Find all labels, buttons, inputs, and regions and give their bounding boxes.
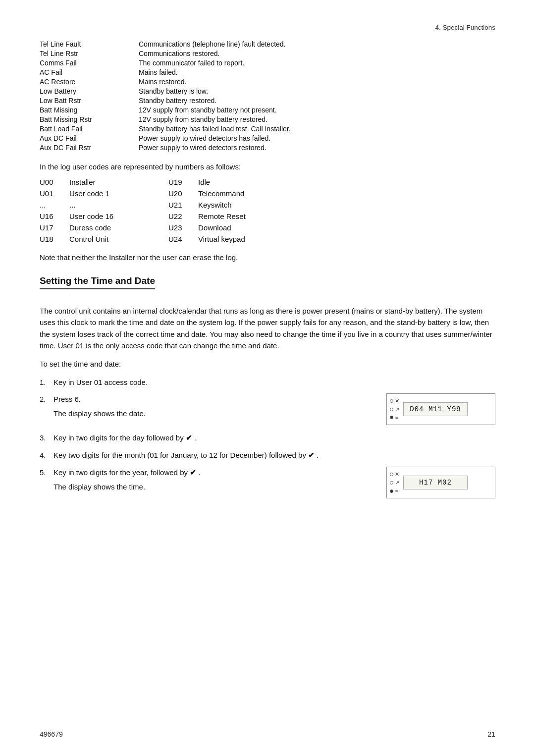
event-row: Tel Line RstrCommunications restored. [40,50,495,57]
doc-number: 496679 [40,730,63,738]
user-name: Download [198,223,297,232]
body-paragraph: The control unit contains an internal cl… [40,305,495,351]
note-text: Note that neither the Installer nor the … [40,253,495,262]
step-4-text: Key two digits for the month (01 for Jan… [54,449,495,461]
step-1-text: Key in User 01 access code. [54,377,495,388]
event-table: Tel Line FaultCommunications (telephone … [40,40,495,152]
event-label: Batt Missing Rstr [40,115,139,123]
event-desc: Power supply to wired detectors restored… [139,144,267,152]
event-desc: Communications (telephone line) fault de… [139,40,286,48]
user-code: U20 [168,189,198,198]
event-row: AC FailMains failed. [40,68,495,76]
page-footer: 496679 21 [40,730,495,738]
event-label: Batt Load Fail [40,125,139,133]
event-desc: 12V supply from standby battery not pres… [139,106,277,114]
step-1: 1. Key in User 01 access code. [40,377,495,388]
symbol-cross-1: ✕ [395,398,399,404]
event-desc: Power supply to wired detectors has fail… [139,134,270,142]
indicator-2-wave: ≈ [390,488,399,494]
indicator-group-2: ✕ ↗ ≈ [390,471,399,494]
dot-6 [390,489,393,493]
event-desc: Mains failed. [139,68,178,76]
event-row: Batt Missing Rstr12V supply from standby… [40,115,495,123]
dot-2 [390,408,393,411]
steps-list: 1. Key in User 01 access code. 2. Press … [40,377,495,498]
user-name: Remote Reset [198,212,297,220]
event-label: Low Batt Rstr [40,97,139,105]
symbol-arrow-1: ↗ [395,406,399,413]
step-3-text: Key in two digits for the day followed b… [54,432,495,443]
display-2-col: ✕ ↗ ≈ H17 M02 [386,467,495,498]
event-row: Tel Line FaultCommunications (telephone … [40,40,495,48]
user-name: Duress code [69,223,168,232]
event-row: Batt Load FailStandby battery has failed… [40,125,495,133]
user-name: Virtual keypad [198,235,297,243]
user-code: U23 [168,223,198,232]
page-number: 21 [487,730,495,738]
indicator-2-cross: ✕ [390,471,399,478]
indicator-2-arrow: ↗ [390,480,399,486]
steps-intro: To set the time and date: [40,358,495,370]
event-label: Batt Missing [40,106,139,114]
step-2-text: Press 6. [54,393,81,405]
event-desc: Standby battery is low. [139,87,208,95]
event-label: AC Restore [40,78,139,86]
dot-4 [390,473,393,476]
user-name: User code 1 [69,189,168,198]
step-5-block: 5. Key in two digits for the year, follo… [40,467,495,498]
dot-3 [390,416,393,419]
event-row: Batt Missing12V supply from standby batt… [40,106,495,114]
event-row: Comms FailThe communicator failed to rep… [40,59,495,67]
event-label: Aux DC Fail [40,134,139,142]
user-name: Keyswitch [198,201,297,209]
step-3-num: 3. [40,432,54,443]
user-name: Control Unit [69,235,168,243]
step-2-block: 2. Press 6. The display shows the date. … [40,393,495,425]
event-row: Low BatteryStandby battery is low. [40,87,495,95]
step-2-sub: The display shows the date. [40,408,376,419]
event-desc: The communicator failed to report. [139,59,244,67]
event-label: Aux DC Fail Rstr [40,144,139,152]
page-header: 4. Special Functions [40,24,495,31]
event-label: Tel Line Rstr [40,50,139,57]
step-5-text: Key in two digits for the year, followed… [54,467,201,478]
event-row: Low Batt RstrStandby battery restored. [40,97,495,105]
user-name: User code 16 [69,212,168,220]
display-1-col: ✕ ↗ ≈ D04 M11 Y99 [386,393,495,425]
user-code: U17 [40,223,69,232]
lcd-display-2: H17 M02 [403,476,468,489]
display-panel-2: ✕ ↗ ≈ H17 M02 [386,467,495,498]
step-2-num: 2. [40,393,54,405]
user-name: Installer [69,178,168,186]
user-code: ... [40,201,69,209]
symbol-cross-2: ✕ [395,471,399,478]
user-code: U18 [40,235,69,243]
event-desc: 12V supply from standby battery restored… [139,115,268,123]
step-5-sub: The display shows the time. [40,481,376,492]
event-label: Low Battery [40,87,139,95]
user-codes-table: U00InstallerU19IdleU01User code 1U20Tele… [40,178,495,243]
dot-1 [390,399,393,403]
user-code: U01 [40,189,69,198]
user-name: Telecommand [198,189,297,198]
section-heading: Setting the Time and Date [40,275,155,289]
section-label: 4. Special Functions [435,24,495,31]
user-code: U22 [168,212,198,220]
event-desc: Communications restored. [139,50,219,57]
symbol-arrow-2: ↗ [395,480,399,486]
user-code: U19 [168,178,198,186]
user-name: Idle [198,178,297,186]
event-row: AC RestoreMains restored. [40,78,495,86]
symbol-wave-1: ≈ [395,415,398,421]
lcd-display-1: D04 M11 Y99 [403,402,468,416]
event-row: Aux DC FailPower supply to wired detecto… [40,134,495,142]
dot-5 [390,481,393,485]
indicator-1-cross: ✕ [390,398,399,404]
step-5-text-col: 5. Key in two digits for the year, follo… [40,467,376,493]
display-panel-1: ✕ ↗ ≈ D04 M11 Y99 [386,393,495,425]
event-desc: Standby battery has failed load test. Ca… [139,125,291,133]
user-code: U21 [168,201,198,209]
step-4: 4. Key two digits for the month (01 for … [40,449,495,461]
step-3: 3. Key in two digits for the day followe… [40,432,495,443]
user-name: ... [69,201,168,209]
